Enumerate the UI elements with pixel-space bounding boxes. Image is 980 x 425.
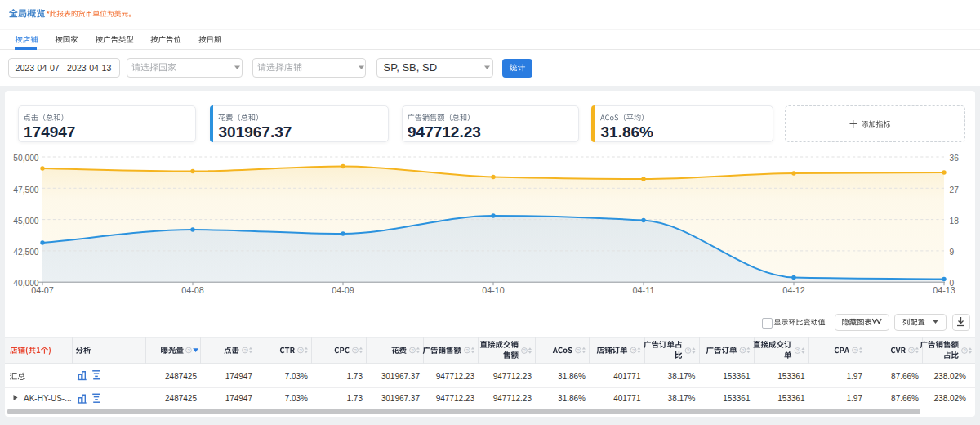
- svg-text:87.66%: 87.66%: [891, 372, 919, 381]
- svg-text:?: ?: [796, 348, 800, 353]
- svg-text:301967.37: 301967.37: [381, 394, 421, 403]
- svg-text:?: ?: [632, 348, 635, 353]
- svg-text:301967.37: 301967.37: [381, 372, 421, 381]
- svg-text:947712.23: 947712.23: [408, 123, 481, 141]
- svg-text:?: ?: [354, 348, 357, 353]
- svg-text:04-13: 04-13: [933, 285, 956, 295]
- svg-text:38.17%: 38.17%: [668, 394, 696, 403]
- svg-text:31.86%: 31.86%: [601, 123, 654, 141]
- svg-text:947712.23: 947712.23: [493, 394, 532, 403]
- svg-text:?: ?: [243, 348, 247, 353]
- svg-text:238.02%: 238.02%: [934, 394, 967, 403]
- svg-text:2487425: 2487425: [165, 394, 197, 403]
- svg-text:04-09: 04-09: [332, 285, 354, 295]
- svg-text:04-07: 04-07: [31, 285, 54, 295]
- svg-text:04-08: 04-08: [181, 285, 204, 295]
- svg-text:947712.23: 947712.23: [436, 372, 475, 381]
- svg-text:153361: 153361: [723, 372, 751, 381]
- svg-text:36: 36: [950, 154, 960, 163]
- svg-text:04-10: 04-10: [482, 285, 505, 295]
- svg-text:SP, SB, SD: SP, SB, SD: [384, 61, 438, 74]
- svg-text:?: ?: [187, 348, 190, 353]
- svg-text:18: 18: [950, 217, 960, 226]
- svg-text:1.73: 1.73: [347, 372, 363, 381]
- svg-text:47,500: 47,500: [13, 186, 38, 195]
- svg-text:45,000: 45,000: [13, 217, 38, 226]
- svg-text:174947: 174947: [24, 123, 75, 141]
- svg-text:04-11: 04-11: [633, 285, 655, 295]
- svg-text:?: ?: [963, 348, 966, 353]
- svg-text:04-12: 04-12: [782, 285, 805, 295]
- svg-text:?: ?: [411, 348, 414, 353]
- svg-text:174947: 174947: [225, 372, 253, 381]
- svg-text:?: ?: [687, 348, 690, 353]
- svg-text:238.02%: 238.02%: [934, 372, 967, 381]
- svg-text:153361: 153361: [777, 372, 805, 381]
- svg-text:401771: 401771: [613, 372, 641, 381]
- svg-text:87.66%: 87.66%: [891, 394, 919, 403]
- svg-text:27: 27: [950, 186, 960, 195]
- svg-text:?: ?: [523, 348, 526, 353]
- svg-text:7.03%: 7.03%: [285, 394, 308, 403]
- svg-text:153361: 153361: [777, 394, 805, 403]
- svg-text:?: ?: [853, 348, 857, 353]
- svg-text:2023-04-07 - 2023-04-13: 2023-04-07 - 2023-04-13: [16, 63, 112, 73]
- svg-text:1.97: 1.97: [847, 394, 863, 403]
- svg-text:7.03%: 7.03%: [285, 372, 308, 381]
- svg-text:174947: 174947: [225, 394, 253, 403]
- svg-text:31.86%: 31.86%: [558, 394, 586, 403]
- svg-text:301967.37: 301967.37: [219, 123, 292, 141]
- svg-text:947712.23: 947712.23: [493, 372, 532, 381]
- svg-text:50,000: 50,000: [13, 154, 38, 163]
- svg-text:9: 9: [950, 248, 955, 257]
- svg-text:38.17%: 38.17%: [668, 372, 696, 381]
- svg-text:947712.23: 947712.23: [436, 394, 475, 403]
- svg-text:?: ?: [910, 348, 913, 353]
- svg-text:42,500: 42,500: [13, 248, 38, 257]
- svg-text:?: ?: [466, 348, 469, 353]
- svg-text:1.73: 1.73: [347, 394, 363, 403]
- svg-text:?: ?: [577, 348, 580, 353]
- svg-text:401771: 401771: [613, 394, 641, 403]
- svg-text:153361: 153361: [723, 394, 751, 403]
- svg-text:AK-HY-US-...: AK-HY-US-...: [24, 394, 72, 403]
- svg-text:1.97: 1.97: [847, 372, 863, 381]
- svg-text:2487425: 2487425: [165, 372, 197, 381]
- svg-text:?: ?: [742, 348, 745, 353]
- svg-text:31.86%: 31.86%: [558, 372, 586, 381]
- svg-text:?: ?: [299, 348, 302, 353]
